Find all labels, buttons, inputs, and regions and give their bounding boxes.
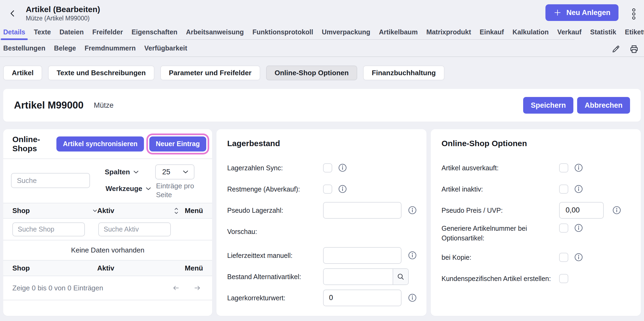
tab-verkauf[interactable]: Verkauf [557, 24, 581, 39]
field-row-lieferzeittext: Lieferzeittext manuell: [227, 245, 416, 266]
info-icon[interactable] [574, 223, 583, 232]
pagination-prev-button[interactable] [172, 284, 180, 292]
field-row-artikel-ausverkauft: Artikel ausverkauft: [442, 157, 630, 178]
tab-etikett[interactable]: Etikett [625, 24, 644, 39]
table-empty-message: Keine Daten vorhanden [3, 240, 212, 261]
field-row-restmenge: Restmenge (Abverkauf): [227, 178, 416, 200]
tools-dropdown-label: Werkzeuge [106, 185, 142, 193]
lagerkorrekturwert-input[interactable] [323, 290, 401, 306]
arrow-left-icon [172, 284, 180, 292]
tab-freifelder[interactable]: Freifelder [92, 24, 123, 39]
field-label: Lieferzeittext manuell: [227, 251, 323, 260]
printer-icon [629, 44, 639, 54]
section-pill-finanzbuchhaltung[interactable]: Finanzbuchhaltung [363, 66, 444, 80]
generiere-artikelnummer-checkbox[interactable] [559, 223, 568, 233]
field-row-pseudo-lagerzahl: Pseudo Lagerzahl: [227, 200, 416, 221]
tab-dateien[interactable]: Dateien [59, 24, 84, 39]
page-subtitle: Mütze (Artikel M99000) [26, 14, 636, 23]
info-icon[interactable] [408, 293, 417, 302]
tab-verfuegbarkeit[interactable]: Verfügbarkeit [144, 41, 187, 56]
info-icon[interactable] [408, 206, 417, 215]
info-icon[interactable] [574, 185, 583, 193]
tab-matrixprodukt[interactable]: Matrixprodukt [426, 24, 471, 39]
save-button[interactable]: Speichern [523, 97, 573, 114]
lagerzahlen-sync-checkbox[interactable] [323, 163, 332, 172]
column-header-menu: Menü [185, 207, 203, 215]
cancel-button[interactable]: Abbrechen [577, 97, 630, 114]
new-create-button[interactable]: Neu Anlegen [545, 4, 618, 21]
field-row-bestand-alternativartikel: Bestand Alternativartikel: [227, 266, 416, 287]
tab-umverpackung[interactable]: Umverpackung [322, 24, 370, 39]
columns-dropdown[interactable]: Spalten [105, 168, 139, 176]
filter-shop-input[interactable] [12, 222, 85, 236]
app-header: Artikel (Bearbeiten) Mütze (Artikel M990… [0, 0, 644, 25]
columns-dropdown-label: Spalten [105, 168, 130, 176]
tab-details[interactable]: Details [3, 24, 25, 39]
field-label: Pseudo Preis / UVP: [442, 205, 559, 215]
field-row-pseudo-preis: Pseudo Preis / UVP: [442, 200, 630, 221]
tab-arbeitsanweisung[interactable]: Arbeitsanweisung [186, 24, 244, 39]
back-button[interactable] [8, 8, 18, 19]
sync-article-button[interactable]: Artikel synchronisieren [56, 136, 144, 152]
field-label: Lagerkorrekturwert: [227, 293, 323, 303]
tab-eigenschaften[interactable]: Eigenschaften [132, 24, 178, 39]
lieferzeittext-input[interactable] [323, 247, 401, 264]
tab-belege[interactable]: Belege [54, 41, 76, 56]
info-icon[interactable] [574, 163, 583, 172]
chevron-down-icon [146, 187, 151, 190]
bei-kopie-checkbox[interactable] [559, 253, 568, 262]
column-header-aktiv[interactable]: Aktiv [97, 207, 114, 215]
field-label: Restmenge (Abverkauf): [227, 184, 323, 194]
tab-row-primary: Details Texte Dateien Freifelder Eigensc… [0, 25, 575, 40]
info-icon[interactable] [574, 253, 583, 262]
field-row-vorschau: Vorschau: [227, 221, 416, 242]
tools-dropdown[interactable]: Werkzeuge [106, 185, 151, 193]
chevron-left-icon [8, 9, 17, 18]
artikel-ausverkauft-checkbox[interactable] [559, 163, 568, 172]
section-pill-artikel[interactable]: Artikel [3, 66, 42, 80]
section-pill-online-shop-optionen[interactable]: Online-Shop Optionen [266, 66, 357, 80]
section-pill-texte-und-beschreibungen[interactable]: Texte und Beschreibungen [48, 66, 154, 80]
section-pill-bar: Artikel Texte und Beschreibungen Paramet… [3, 66, 641, 80]
table-filter-row [3, 219, 212, 240]
footer-column-menu: Menü [185, 264, 203, 272]
print-button[interactable] [628, 44, 640, 55]
field-row-lagerzahlen-sync: Lagerzahlen Sync: [227, 157, 416, 178]
field-row-lagerkorrekturwert: Lagerkorrekturwert: [227, 287, 416, 308]
artikel-inaktiv-checkbox[interactable] [559, 185, 568, 194]
tab-einkauf[interactable]: Einkauf [480, 24, 504, 39]
article-search-button[interactable] [393, 269, 408, 284]
info-icon[interactable] [338, 163, 347, 172]
new-entry-button[interactable]: Neuer Eintrag [149, 136, 206, 152]
info-icon[interactable] [612, 206, 621, 215]
field-label: Artikel ausverkauft: [442, 163, 559, 173]
pagination-next-button[interactable] [193, 284, 201, 292]
chevron-down-icon [133, 170, 139, 174]
kebab-menu-button[interactable] [628, 8, 639, 20]
tab-artikelbaum[interactable]: Artikelbaum [379, 24, 418, 39]
sort-both-icon[interactable] [174, 207, 178, 214]
filter-aktiv-input[interactable] [98, 222, 171, 236]
pseudo-preis-input[interactable] [559, 202, 604, 219]
edit-button[interactable] [610, 44, 621, 55]
kundenspezifisch-checkbox[interactable] [559, 274, 568, 283]
page-size-select[interactable]: 25 [155, 164, 194, 179]
bestand-alternativartikel-input[interactable] [324, 269, 393, 284]
tab-statistik[interactable]: Statistik [590, 24, 616, 39]
tab-texte[interactable]: Texte [34, 24, 51, 39]
pencil-icon [611, 45, 620, 54]
info-icon[interactable] [338, 185, 347, 193]
field-label: bei Kopie: [442, 253, 559, 262]
column-header-shop[interactable]: Shop [12, 207, 30, 215]
page-title: Artikel (Bearbeiten) [26, 4, 636, 14]
tab-kalkulation[interactable]: Kalkulation [512, 24, 549, 39]
info-icon[interactable] [408, 251, 417, 260]
tab-bestellungen[interactable]: Bestellungen [3, 41, 45, 56]
pseudo-lagerzahl-input[interactable] [323, 202, 401, 219]
tab-funktionsprotokoll[interactable]: Funktionsprotokoll [252, 24, 313, 39]
section-pill-parameter-und-freifelder[interactable]: Parameter und Freifelder [160, 66, 260, 80]
search-input[interactable] [11, 173, 90, 188]
restmenge-checkbox[interactable] [323, 185, 332, 194]
tab-fremdnummern[interactable]: Fremdnummern [85, 41, 136, 56]
sort-desc-icon[interactable] [93, 209, 97, 212]
